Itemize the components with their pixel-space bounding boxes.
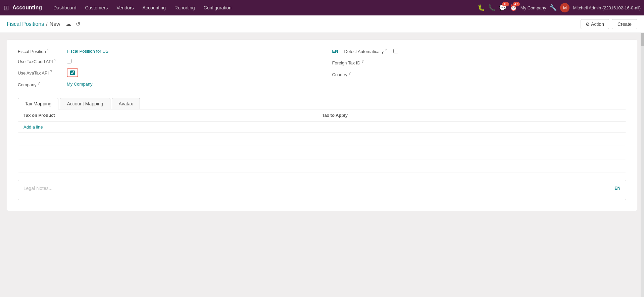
taxcloud-checkbox[interactable]	[67, 59, 71, 63]
country-help[interactable]: ?	[349, 71, 351, 75]
fiscal-position-field: Fiscal Position ? Fiscal Position for US	[18, 48, 312, 54]
user-name: Mitchell Admin (22316102-16-0-all)	[573, 5, 641, 10]
action-button[interactable]: ⚙ Action	[581, 19, 609, 29]
empty-rows	[18, 133, 626, 173]
chat-icon[interactable]: 💬 10	[499, 4, 506, 11]
chat-badge: 10	[502, 2, 509, 6]
nav-links: Dashboard Customers Vendors Accounting R…	[49, 3, 476, 12]
legal-notes-lang: EN	[614, 186, 621, 191]
upload-icon[interactable]: ☁	[66, 21, 71, 27]
fiscal-position-value[interactable]: Fiscal Position for US	[67, 49, 108, 54]
add-line-button[interactable]: Add a line	[23, 125, 43, 130]
taxcloud-field: Use TaxCloud API ?	[18, 58, 312, 64]
scrollbar-thumb[interactable]	[641, 33, 644, 46]
nav-configuration[interactable]: Configuration	[200, 3, 236, 12]
company-label: Company ?	[18, 81, 65, 87]
legal-notes-section: Legal Notes... EN	[18, 180, 626, 200]
avatax-help[interactable]: ?	[50, 69, 52, 73]
company-name[interactable]: My Company	[521, 5, 546, 10]
grid-icon[interactable]: ⊞	[3, 4, 9, 12]
scrollbar[interactable]	[641, 33, 644, 297]
company-value[interactable]: My Company	[67, 82, 93, 87]
taxcloud-help[interactable]: ?	[54, 58, 56, 62]
nav-dashboard[interactable]: Dashboard	[49, 3, 81, 12]
avatax-label: Use AvaTax API ?	[18, 69, 65, 76]
legal-notes-placeholder[interactable]: Legal Notes...	[23, 186, 52, 191]
country-label: Country ?	[332, 71, 379, 77]
detect-automatically-checkbox[interactable]	[393, 49, 398, 53]
create-button[interactable]: Create	[612, 19, 637, 29]
app-name[interactable]: Accounting	[12, 5, 42, 11]
nav-reporting[interactable]: Reporting	[170, 3, 199, 12]
breadcrumb-separator: /	[46, 21, 47, 27]
fiscal-position-help[interactable]: ?	[47, 48, 49, 52]
breadcrumb-current: New	[50, 21, 60, 27]
avatax-checkbox[interactable]	[70, 70, 75, 75]
nav-right: 🐛 📞 💬 10 ⏰ 47 My Company 🔧 M Mitchell Ad…	[478, 3, 641, 12]
lang-badge: EN	[332, 49, 338, 54]
taxcloud-label: Use TaxCloud API ?	[18, 58, 65, 64]
table-header: Tax on Product Tax to Apply	[18, 109, 626, 121]
col-tax-to-apply: Tax to Apply	[322, 113, 621, 118]
tab-account-mapping[interactable]: Account Mapping	[60, 98, 110, 109]
phone-icon[interactable]: 📞	[488, 4, 496, 11]
nav-vendors[interactable]: Vendors	[112, 3, 138, 12]
clock-badge: 47	[513, 2, 520, 6]
breadcrumb-parent[interactable]: Fiscal Positions	[7, 21, 44, 27]
tab-tax-mapping[interactable]: Tax Mapping	[18, 98, 58, 109]
country-field: Country ?	[332, 71, 627, 77]
company-field: Company ? My Company	[18, 81, 312, 87]
foreign-tax-id-help[interactable]: ?	[361, 59, 363, 63]
company-help[interactable]: ?	[38, 81, 40, 85]
action-buttons: ⚙ Action Create	[581, 19, 637, 29]
col-tax-on-product: Tax on Product	[23, 113, 322, 118]
user-avatar[interactable]: M	[560, 3, 569, 12]
form-card: Fiscal Position ? Fiscal Position for US…	[7, 40, 637, 211]
wrench-icon[interactable]: 🔧	[549, 4, 557, 11]
detect-automatically-field: EN Detect Automatically ?	[332, 48, 627, 54]
bug-icon[interactable]: 🐛	[478, 4, 485, 11]
add-line-row: Add a line	[18, 121, 626, 133]
detect-automatically-label: Detect Automatically ?	[344, 48, 391, 54]
avatax-field: Use AvaTax API ?	[18, 68, 312, 77]
breadcrumb: Fiscal Positions / New ☁ ↺	[7, 21, 581, 27]
fiscal-position-label: Fiscal Position ?	[18, 48, 65, 54]
tab-content: Tax on Product Tax to Apply Add a line	[18, 109, 626, 173]
top-navigation: ⊞ Accounting Dashboard Customers Vendors…	[0, 0, 644, 15]
foreign-tax-id-field: Foreign Tax ID ?	[332, 59, 627, 65]
avatax-highlight-box	[67, 68, 78, 77]
tab-avatax[interactable]: Avatax	[112, 98, 140, 109]
nav-customers[interactable]: Customers	[81, 3, 112, 12]
clock-icon[interactable]: ⏰ 47	[510, 4, 517, 11]
foreign-tax-id-label: Foreign Tax ID ?	[332, 59, 379, 65]
detect-automatically-help[interactable]: ?	[385, 48, 387, 52]
page-content: Fiscal Position ? Fiscal Position for US…	[0, 33, 644, 297]
tab-list: Tax Mapping Account Mapping Avatax	[18, 98, 626, 109]
action-bar: Fiscal Positions / New ☁ ↺ ⚙ Action Crea…	[0, 15, 644, 33]
nav-accounting[interactable]: Accounting	[139, 3, 170, 12]
refresh-icon[interactable]: ↺	[76, 21, 80, 27]
